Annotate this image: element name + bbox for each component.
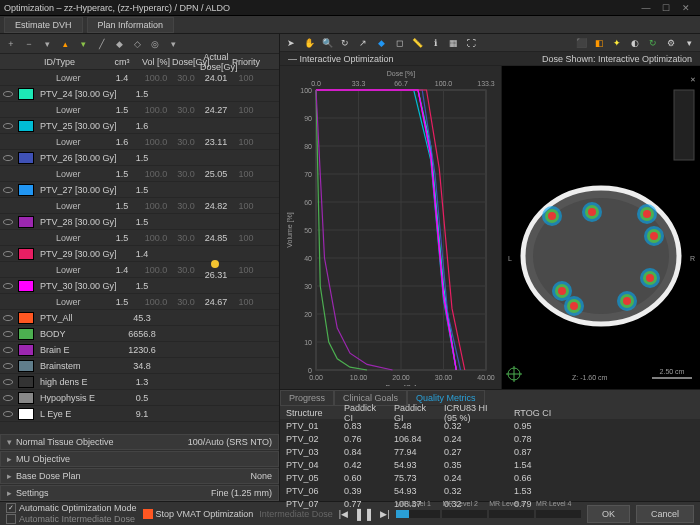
pause-icon[interactable]: ❚❚ — [354, 507, 374, 521]
tab-estimate-dvh[interactable]: Estimate DVH — [4, 17, 83, 33]
upper-icon[interactable]: ▴ — [58, 37, 72, 51]
eye-icon[interactable] — [0, 187, 16, 193]
objective-row[interactable]: Lower1.5100.030.025.05100 — [0, 166, 279, 182]
tab-plan-info[interactable]: Plan Information — [87, 17, 175, 33]
stop-icon[interactable] — [143, 509, 153, 519]
objective-row[interactable]: Brainstem34.8 — [0, 358, 279, 374]
mean-icon[interactable]: ◇ — [130, 37, 144, 51]
hand-icon[interactable]: ✋ — [302, 36, 316, 50]
expand-icon[interactable]: ⛶ — [464, 36, 478, 50]
tab-progress[interactable]: Progress — [280, 390, 334, 406]
objective-row[interactable]: PTV_27 [30.00 Gy]1.5 — [0, 182, 279, 198]
color-swatch[interactable] — [18, 216, 34, 228]
eye-icon[interactable] — [0, 251, 16, 257]
remove-icon[interactable]: − — [22, 37, 36, 51]
objective-row[interactable]: high dens E1.3 — [0, 374, 279, 390]
metrics-row[interactable]: PTV_040.4254.930.351.54 — [280, 458, 700, 471]
color-swatch[interactable] — [18, 328, 34, 340]
next-icon[interactable]: ▶| — [380, 509, 389, 519]
eye-icon[interactable] — [0, 155, 16, 161]
arrow-icon[interactable]: ↗ — [356, 36, 370, 50]
objective-row[interactable]: PTV_24 [30.00 Gy]1.5 — [0, 86, 279, 102]
more-icon[interactable]: ▾ — [166, 37, 180, 51]
metrics-row[interactable]: PTV_030.8477.940.270.87 — [280, 445, 700, 458]
mr-level-1[interactable]: MR Level 1 — [396, 510, 441, 518]
ok-button[interactable]: OK — [587, 505, 630, 523]
objective-row[interactable]: Lower1.5100.030.024.82100 — [0, 198, 279, 214]
objective-row[interactable]: PTV_30 [30.00 Gy]1.5 — [0, 278, 279, 294]
diamond-icon[interactable]: ◆ — [374, 36, 388, 50]
ruler-icon[interactable]: 📏 — [410, 36, 424, 50]
maximize-icon[interactable]: ☐ — [656, 3, 676, 13]
eye-icon[interactable] — [0, 411, 16, 417]
metrics-row[interactable]: PTV_010.835.480.320.95 — [280, 419, 700, 432]
axial-view[interactable]: Isodoses30.00 Gy28.50 Gy27.00 Gy24.00 Gy… — [502, 66, 700, 389]
eye-icon[interactable] — [0, 331, 16, 337]
grid-icon[interactable]: ▾ — [682, 36, 696, 50]
mr-level-3[interactable]: MR Level 3 — [489, 510, 534, 518]
section-mu-objective[interactable]: MU Objective — [0, 451, 279, 467]
objective-row[interactable]: PTV_25 [30.00 Gy]1.6 — [0, 118, 279, 134]
objective-row[interactable]: Lower1.6100.030.023.11100 — [0, 134, 279, 150]
eye-icon[interactable] — [0, 379, 16, 385]
objective-row[interactable]: L Eye E9.1 — [0, 406, 279, 422]
objective-row[interactable]: Hypophysis E0.5 — [0, 390, 279, 406]
section-settings[interactable]: SettingsFine (1.25 mm) — [0, 485, 279, 501]
color-swatch[interactable] — [18, 152, 34, 164]
mode-icon[interactable]: ◐ — [628, 36, 642, 50]
metrics-row[interactable]: PTV_050.6075.730.240.66 — [280, 471, 700, 484]
objective-row[interactable]: PTV_29 [30.00 Gy]1.4 — [0, 246, 279, 262]
color-swatch[interactable] — [18, 248, 34, 260]
color-swatch[interactable] — [18, 376, 34, 388]
add-icon[interactable]: + — [4, 37, 18, 51]
objective-row[interactable]: Lower1.5100.030.024.85100 — [0, 230, 279, 246]
mr-level-4[interactable]: MR Level 4 — [536, 510, 581, 518]
auto-opt-checkbox[interactable]: ✓ — [6, 503, 16, 513]
lower-icon[interactable]: ▾ — [76, 37, 90, 51]
dvh-panel[interactable]: 0.033.366.7100.0133.3Dose [%]10090807060… — [280, 66, 502, 389]
color-swatch[interactable] — [18, 312, 34, 324]
settings-icon[interactable]: ⚙ — [664, 36, 678, 50]
eye-icon[interactable] — [0, 123, 16, 129]
objective-row[interactable]: PTV_All45.3 — [0, 310, 279, 326]
metrics-row[interactable]: PTV_020.76106.840.240.78 — [280, 432, 700, 445]
section-base-dose-plan[interactable]: Base Dose PlanNone — [0, 468, 279, 484]
zoom-icon[interactable]: 🔍 — [320, 36, 334, 50]
structures-icon[interactable]: ⬛ — [574, 36, 588, 50]
pointer-icon[interactable]: ➤ — [284, 36, 298, 50]
color-swatch[interactable] — [18, 280, 34, 292]
beams-icon[interactable]: ✦ — [610, 36, 624, 50]
objective-row[interactable]: Lower1.4100.030.024.01100 — [0, 70, 279, 86]
refresh-icon[interactable]: ↻ — [646, 36, 660, 50]
eye-icon[interactable] — [0, 347, 16, 353]
minimize-icon[interactable]: — — [636, 3, 656, 13]
close-icon[interactable]: ✕ — [676, 3, 696, 13]
color-swatch[interactable] — [18, 344, 34, 356]
color-swatch[interactable] — [18, 408, 34, 420]
objective-row[interactable]: Brain E1230.6 — [0, 342, 279, 358]
color-swatch[interactable] — [18, 120, 34, 132]
objective-row[interactable]: PTV_26 [30.00 Gy]1.5 — [0, 150, 279, 166]
point-icon[interactable]: ◆ — [112, 37, 126, 51]
eye-icon[interactable] — [0, 315, 16, 321]
layout-icon[interactable]: ▦ — [446, 36, 460, 50]
eye-icon[interactable] — [0, 363, 16, 369]
mr-level-2[interactable]: MR Level 2 — [442, 510, 487, 518]
color-swatch[interactable] — [18, 88, 34, 100]
metrics-row[interactable]: PTV_060.3954.930.321.53 — [280, 484, 700, 497]
objective-row[interactable]: BODY6656.8 — [0, 326, 279, 342]
rotate-icon[interactable]: ↻ — [338, 36, 352, 50]
eye-icon[interactable] — [0, 219, 16, 225]
eye-icon[interactable] — [0, 395, 16, 401]
prev-icon[interactable]: |◀ — [339, 509, 348, 519]
geu-icon[interactable]: ◎ — [148, 37, 162, 51]
line-icon[interactable]: ╱ — [94, 37, 108, 51]
objectives-list[interactable]: Lower1.4100.030.024.01100PTV_24 [30.00 G… — [0, 70, 279, 433]
objective-row[interactable]: PTV_28 [30.00 Gy]1.5 — [0, 214, 279, 230]
structure-dropdown-icon[interactable]: ▾ — [40, 37, 54, 51]
square-icon[interactable]: ◻ — [392, 36, 406, 50]
eye-icon[interactable] — [0, 283, 16, 289]
auto-inter-checkbox[interactable] — [6, 514, 16, 524]
objective-row[interactable]: Lower1.5100.030.024.67100 — [0, 294, 279, 310]
cancel-button[interactable]: Cancel — [636, 505, 694, 523]
